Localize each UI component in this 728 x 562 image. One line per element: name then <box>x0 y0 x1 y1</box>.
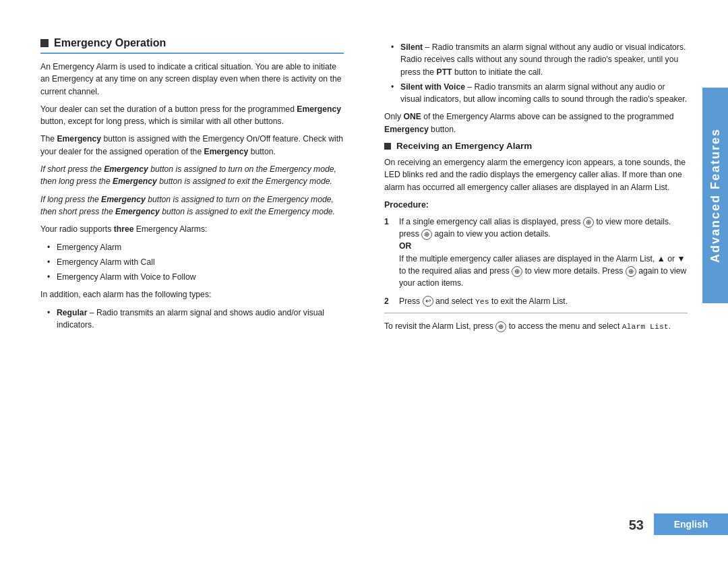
left-para3: The Emergency button is assigned with th… <box>40 133 344 158</box>
btn-icon: ↩ <box>423 296 433 307</box>
right-one-em-para: Only ONE of the Emergency Alarms above c… <box>384 111 688 135</box>
left-para4: Your radio supports three Emergency Alar… <box>40 223 344 235</box>
content-area: Emergency Operation An Emergency Alarm i… <box>40 37 688 535</box>
left-para1: An Emergency Alarm is used to indicate a… <box>40 61 344 98</box>
sub-heading-square-icon <box>384 143 391 150</box>
procedure-label: Procedure: <box>384 199 688 212</box>
revisit-para: To revisit the Alarm List, press ⊕ to ac… <box>384 320 688 332</box>
procedure-list: 1 If a single emergency call alias is di… <box>384 216 688 307</box>
section-title: Emergency Operation <box>54 37 166 49</box>
btn-icon: ⊕ <box>421 229 432 240</box>
list-item-silent: Silent – Radio transmits an alarm signal… <box>391 41 688 78</box>
left-italic1: If short press the Emergency button is a… <box>40 163 344 188</box>
btn-icon: ⊕ <box>583 217 594 228</box>
sub-heading: Receiving an Emergency Alarm <box>384 141 688 151</box>
btn-icon: ⊕ <box>512 266 522 277</box>
or-label: OR <box>399 241 411 251</box>
right-col: Silent – Radio transmits an alarm signal… <box>377 37 688 535</box>
left-col: Emergency Operation An Emergency Alarm i… <box>40 37 351 535</box>
btn-icon: ⊕ <box>626 266 636 277</box>
side-tab: Advanced Features <box>702 88 728 303</box>
alarm-list: Emergency Alarm Emergency Alarm with Cal… <box>47 241 344 284</box>
procedure-step-1: 1 If a single emergency call alias is di… <box>384 216 688 290</box>
list-item: Regular – Radio transmits an alarm signa… <box>47 307 344 332</box>
left-para2: Your dealer can set the duration of a bu… <box>40 103 344 128</box>
page-number: 53 <box>629 518 644 533</box>
left-para5: In addition, each alarm has the followin… <box>40 288 344 301</box>
list-item: Emergency Alarm <box>47 241 344 253</box>
receiving-para: On receiving an emergency alarm the emer… <box>384 156 688 193</box>
procedure-step-2: 2 Press ↩ and select Yes to exit the Ala… <box>384 295 688 307</box>
heading-square-icon <box>40 39 49 47</box>
divider <box>384 313 688 313</box>
list-item-silent-voice: Silent with Voice – Radio transmits an a… <box>391 81 688 106</box>
page-container: Advanced Features English 53 Emergency O… <box>0 0 728 562</box>
sub-heading-title: Receiving an Emergency Alarm <box>396 141 532 151</box>
section-heading: Emergency Operation <box>40 37 344 54</box>
left-italic2: If long press the Emergency button is as… <box>40 193 344 218</box>
list-item: Emergency Alarm with Voice to Follow <box>47 271 344 283</box>
btn-icon: ⊕ <box>495 321 506 332</box>
right-type-list: Silent – Radio transmits an alarm signal… <box>391 41 688 105</box>
english-badge: English <box>654 513 728 535</box>
list-item: Emergency Alarm with Call <box>47 256 344 268</box>
side-tab-text: Advanced Features <box>708 128 723 263</box>
type-list: Regular – Radio transmits an alarm signa… <box>47 307 344 332</box>
